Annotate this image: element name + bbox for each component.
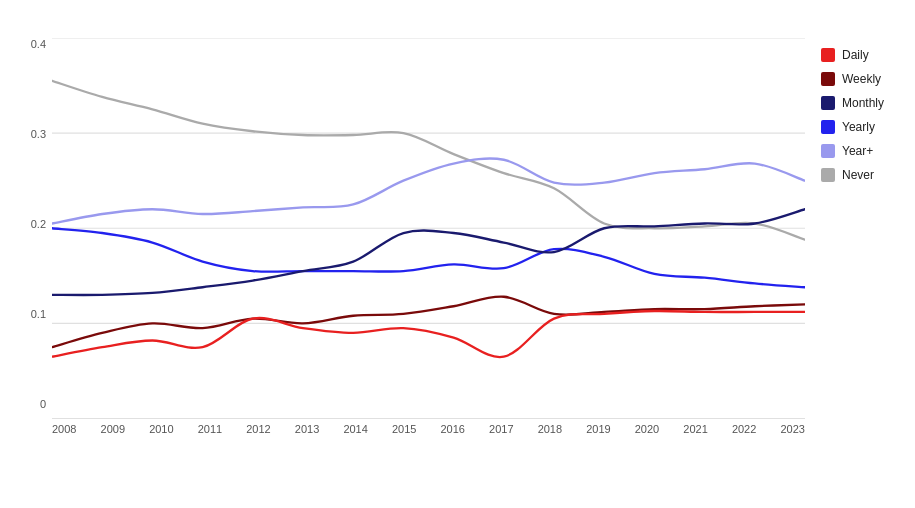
legend-label: Never (842, 168, 874, 182)
legend-item: Year+ (821, 144, 895, 158)
x-axis-label: 2021 (683, 423, 707, 435)
x-axis-label: 2013 (295, 423, 319, 435)
legend: DailyWeeklyMonthlyYearlyYear+Never (805, 38, 895, 432)
plot-and-legend: 2008200920102011201220132014201520162017… (52, 38, 895, 432)
y-axis-label: 0.2 (31, 218, 46, 230)
series-yearplus (52, 159, 805, 224)
legend-label: Year+ (842, 144, 873, 158)
x-axis-label: 2015 (392, 423, 416, 435)
legend-swatch (821, 168, 835, 182)
legend-label: Daily (842, 48, 869, 62)
series-never (52, 81, 805, 240)
x-axis-label: 2014 (343, 423, 367, 435)
legend-swatch (821, 72, 835, 86)
svg-wrapper (52, 38, 805, 419)
series-monthly (52, 209, 805, 295)
legend-swatch (821, 120, 835, 134)
x-axis-label: 2022 (732, 423, 756, 435)
legend-swatch (821, 48, 835, 62)
y-axis: 0.40.30.20.10 (20, 38, 52, 432)
x-axis: 2008200920102011201220132014201520162017… (52, 419, 805, 435)
legend-item: Monthly (821, 96, 895, 110)
x-axis-label: 2020 (635, 423, 659, 435)
series-daily (52, 311, 805, 357)
x-axis-label: 2023 (780, 423, 804, 435)
x-axis-label: 2008 (52, 423, 76, 435)
y-axis-label: 0.3 (31, 128, 46, 140)
x-axis-label: 2009 (101, 423, 125, 435)
x-axis-label: 2019 (586, 423, 610, 435)
x-axis-label: 2017 (489, 423, 513, 435)
legend-item: Daily (821, 48, 895, 62)
series-weekly (52, 297, 805, 348)
legend-item: Never (821, 168, 895, 182)
legend-swatch (821, 144, 835, 158)
legend-item: Yearly (821, 120, 895, 134)
chart-area: 0.40.30.20.10 20082009201020112012201320… (20, 38, 895, 432)
x-axis-label: 2012 (246, 423, 270, 435)
plot-wrapper: 2008200920102011201220132014201520162017… (52, 38, 805, 432)
legend-label: Yearly (842, 120, 875, 134)
x-axis-label: 2016 (441, 423, 465, 435)
x-axis-label: 2018 (538, 423, 562, 435)
y-axis-label: 0 (40, 398, 46, 410)
legend-item: Weekly (821, 72, 895, 86)
y-axis-label: 0.1 (31, 308, 46, 320)
x-axis-label: 2011 (198, 423, 222, 435)
legend-swatch (821, 96, 835, 110)
legend-label: Monthly (842, 96, 884, 110)
series-yearly (52, 228, 805, 287)
chart-container: 0.40.30.20.10 20082009201020112012201320… (0, 0, 915, 508)
x-axis-label: 2010 (149, 423, 173, 435)
y-axis-label: 0.4 (31, 38, 46, 50)
main-chart (52, 38, 805, 419)
legend-label: Weekly (842, 72, 881, 86)
